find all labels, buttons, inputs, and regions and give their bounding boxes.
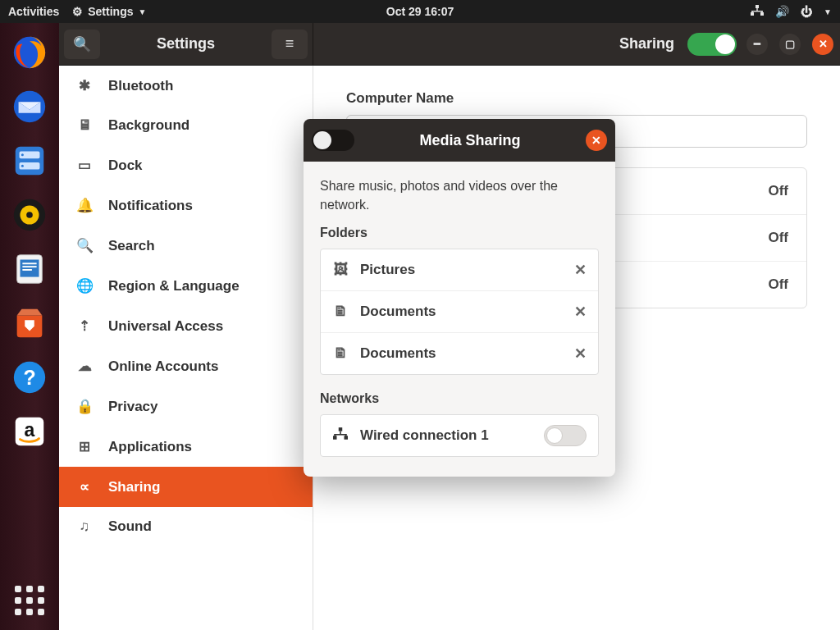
svg-point-12 xyxy=(21,153,24,156)
app-menu[interactable]: ⚙ Settings ▼ xyxy=(72,5,146,18)
sidebar-item-label: Region & Language xyxy=(108,278,240,294)
gnome-top-panel: Activities ⚙ Settings ▼ Oct 29 16:07 🔊 ⏻… xyxy=(0,0,840,23)
sidebar-item-label: Privacy xyxy=(108,399,158,415)
sidebar-item-label: Background xyxy=(108,117,189,134)
window-title-right: Sharing xyxy=(619,35,674,52)
show-applications[interactable] xyxy=(11,582,48,619)
folders-list: 🖼 Pictures ✕ 🗎 Documents ✕ 🗎 Documents ✕ xyxy=(320,249,599,375)
chevron-down-icon: ▼ xyxy=(138,7,146,16)
dock-files[interactable] xyxy=(8,139,51,182)
volume-icon[interactable]: 🔊 xyxy=(775,5,789,18)
sidebar-item-region-language[interactable]: 🌐 Region & Language xyxy=(59,266,313,306)
svg-rect-3 xyxy=(756,8,757,11)
activities-label: Activities xyxy=(8,5,59,18)
network-name: Wired connection 1 xyxy=(360,427,532,444)
window-title-left: Settings xyxy=(105,35,267,52)
clock[interactable]: Oct 29 16:07 xyxy=(386,5,454,18)
folder-row[interactable]: 🖼 Pictures ✕ xyxy=(321,249,598,291)
search-icon: 🔍 xyxy=(73,35,91,53)
search-button[interactable]: 🔍 xyxy=(64,30,100,59)
cloud-icon: ☁ xyxy=(75,358,94,375)
toggle-knob xyxy=(715,34,735,54)
sidebar-item-background[interactable]: 🖥 Background xyxy=(59,106,313,145)
media-sharing-dialog: Media Sharing ✕ Share music, photos and … xyxy=(304,119,615,477)
image-icon: 🖼 xyxy=(332,262,349,278)
sidebar-item-label: Sound xyxy=(108,518,152,535)
svg-rect-6 xyxy=(761,11,762,13)
power-icon[interactable]: ⏻ xyxy=(801,5,812,18)
dock: ? a xyxy=(0,23,59,630)
folder-row[interactable]: 🗎 Documents ✕ xyxy=(321,291,598,333)
titlebar: 🔍 Settings ≡ Sharing ━ ▢ ✕ xyxy=(59,23,840,66)
grid-icon: ⊞ xyxy=(75,438,94,455)
sidebar-item-label: Applications xyxy=(108,439,192,455)
sidebar-item-online-accounts[interactable]: ☁ Online Accounts xyxy=(59,346,313,386)
hamburger-button[interactable]: ≡ xyxy=(272,30,308,59)
svg-rect-5 xyxy=(751,11,752,13)
sidebar-item-universal-access[interactable]: ⇡ Universal Access xyxy=(59,306,313,346)
folder-row[interactable]: 🗎 Documents ✕ xyxy=(321,333,598,374)
sidebar-item-label: Bluetooth xyxy=(108,78,173,94)
folder-name: Documents xyxy=(360,304,563,320)
svg-point-13 xyxy=(21,165,24,167)
bluetooth-icon: ✱ xyxy=(75,77,94,94)
minimize-button[interactable]: ━ xyxy=(746,34,768,55)
sidebar-item-notifications[interactable]: 🔔 Notifications xyxy=(59,185,313,226)
dock-firefox[interactable] xyxy=(8,31,51,74)
toggle-knob xyxy=(313,131,331,149)
svg-text:?: ? xyxy=(23,366,35,389)
sidebar-item-search[interactable]: 🔍 Search xyxy=(59,226,313,266)
dialog-header: Media Sharing ✕ xyxy=(304,119,615,162)
lock-icon: 🔒 xyxy=(75,398,94,415)
dock-rhythmbox[interactable] xyxy=(8,194,51,236)
media-sharing-toggle[interactable] xyxy=(312,130,354,151)
networks-list: Wired connection 1 xyxy=(320,414,599,457)
share-row-state: Off xyxy=(768,276,788,293)
hamburger-icon: ≡ xyxy=(285,35,294,52)
dialog-description: Share music, photos and videos over the … xyxy=(320,176,599,214)
svg-rect-0 xyxy=(756,5,759,8)
remove-folder-button[interactable]: ✕ xyxy=(574,261,587,279)
wired-network-icon xyxy=(332,427,349,445)
svg-rect-26 xyxy=(339,427,343,431)
sidebar-item-label: Universal Access xyxy=(108,318,223,335)
sidebar-item-dock[interactable]: ▭ Dock xyxy=(59,145,313,185)
remove-folder-button[interactable]: ✕ xyxy=(574,345,587,363)
svg-rect-20 xyxy=(22,266,36,267)
activities-button[interactable]: Activities xyxy=(8,5,59,18)
svg-rect-32 xyxy=(345,434,347,436)
chevron-down-icon[interactable]: ▼ xyxy=(824,7,832,16)
bell-icon: 🔔 xyxy=(75,197,94,214)
dialog-title: Media Sharing xyxy=(354,132,586,149)
svg-rect-30 xyxy=(334,434,346,436)
close-button[interactable]: ✕ xyxy=(812,34,833,55)
dock-libreoffice-writer[interactable] xyxy=(8,248,51,290)
display-icon: 🖥 xyxy=(75,117,94,134)
sidebar-item-bluetooth[interactable]: ✱ Bluetooth xyxy=(59,66,313,106)
sidebar-item-privacy[interactable]: 🔒 Privacy xyxy=(59,386,313,427)
sidebar-item-label: Online Accounts xyxy=(108,358,218,375)
dock-icon: ▭ xyxy=(75,157,94,174)
app-menu-label: Settings xyxy=(88,5,133,18)
dock-software[interactable] xyxy=(8,302,51,345)
sharing-master-toggle[interactable] xyxy=(687,33,737,56)
sidebar-item-applications[interactable]: ⊞ Applications xyxy=(59,427,313,467)
dock-help[interactable]: ? xyxy=(8,356,51,399)
svg-text:a: a xyxy=(25,419,35,441)
folder-name: Documents xyxy=(360,345,563,362)
network-icon[interactable] xyxy=(751,5,764,19)
remove-folder-button[interactable]: ✕ xyxy=(574,303,587,321)
sidebar-item-label: Dock xyxy=(108,158,143,174)
svg-rect-31 xyxy=(334,434,336,436)
dialog-close-button[interactable]: ✕ xyxy=(586,130,607,151)
sidebar-item-sound[interactable]: ♫ Sound xyxy=(59,507,313,546)
networks-heading: Networks xyxy=(320,391,599,406)
dock-thunderbird[interactable] xyxy=(8,85,51,128)
maximize-button[interactable]: ▢ xyxy=(779,34,801,55)
sidebar-item-label: Notifications xyxy=(108,198,193,214)
close-icon: ✕ xyxy=(819,38,828,50)
sidebar-item-sharing[interactable]: ∝ Sharing xyxy=(59,467,313,507)
network-toggle[interactable] xyxy=(544,425,587,446)
svg-rect-19 xyxy=(22,262,36,264)
dock-amazon[interactable]: a xyxy=(8,410,51,453)
